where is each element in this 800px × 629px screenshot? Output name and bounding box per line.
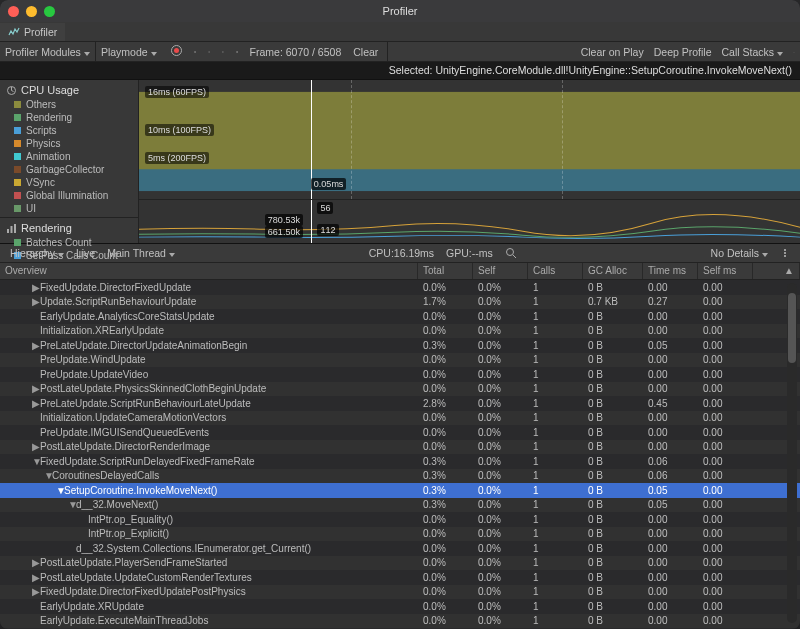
- table-row[interactable]: ▶PreLateUpdate.DirectorUpdateAnimationBe…: [0, 338, 800, 353]
- table-row[interactable]: Initialization.UpdateCameraMotionVectors…: [0, 411, 800, 426]
- table-row[interactable]: ▼d__32.MoveNext()0.3%0.0%10 B0.050.00: [0, 498, 800, 513]
- table-row[interactable]: ▶Update.ScriptRunBehaviourUpdate1.7%0.0%…: [0, 295, 800, 310]
- table-row[interactable]: ▼CoroutinesDelayedCalls0.3%0.0%10 B0.060…: [0, 469, 800, 484]
- playmode-dropdown[interactable]: Playmode: [96, 44, 162, 60]
- table-row[interactable]: IntPtr.op_Equality()0.0%0.0%10 B0.000.00: [0, 512, 800, 527]
- row-time: 0.05: [643, 485, 698, 496]
- expand-icon[interactable]: ▶: [32, 282, 40, 293]
- tab-profiler[interactable]: Profiler: [0, 23, 65, 41]
- table-row[interactable]: ▶PreLateUpdate.ScriptRunBehaviourLateUpd…: [0, 396, 800, 411]
- rendering-graph[interactable]: 56 780.53k 661.50k 112: [139, 200, 800, 243]
- expand-icon[interactable]: ▼: [68, 499, 76, 510]
- table-row[interactable]: PreUpdate.IMGUISendQueuedEvents0.0%0.0%1…: [0, 425, 800, 440]
- cpu-legend-item[interactable]: GarbageCollector: [14, 163, 138, 176]
- clear-button[interactable]: Clear: [348, 44, 383, 60]
- table-row[interactable]: ▼FixedUpdate.ScriptRunDelayedFixedFrameR…: [0, 454, 800, 469]
- cpu-legend-item[interactable]: VSync: [14, 176, 138, 189]
- expand-icon[interactable]: ▶: [32, 383, 40, 394]
- row-calls: 1: [528, 557, 583, 568]
- cpu-legend-item[interactable]: UI: [14, 202, 138, 215]
- col-time[interactable]: Time ms: [643, 263, 698, 279]
- graph-area[interactable]: 16ms (60FPS) 10ms (100FPS) 5ms (200FPS) …: [139, 80, 800, 243]
- row-name: Update.ScriptRunBehaviourUpdate: [40, 296, 196, 307]
- profiler-modules-dropdown[interactable]: Profiler Modules: [0, 44, 95, 60]
- row-total: 0.0%: [418, 354, 473, 365]
- table-row[interactable]: ▶FixedUpdate.DirectorFixedUpdate0.0%0.0%…: [0, 280, 800, 295]
- row-time: 0.00: [643, 572, 698, 583]
- column-headers[interactable]: Overview Total Self Calls GC Alloc Time …: [0, 263, 800, 280]
- col-selfms[interactable]: Self ms: [698, 263, 753, 279]
- thread-dropdown[interactable]: Main Thread: [101, 247, 181, 259]
- expand-icon[interactable]: ▼: [56, 485, 64, 496]
- expand-icon[interactable]: ▼: [32, 456, 40, 467]
- frame-next-button[interactable]: [217, 46, 229, 58]
- context-menu-button[interactable]: [788, 46, 800, 58]
- row-total: 0.3%: [418, 485, 473, 496]
- tab-profiler-label: Profiler: [24, 26, 57, 38]
- cpu-graph[interactable]: 16ms (60FPS) 10ms (100FPS) 5ms (200FPS) …: [139, 80, 800, 200]
- cpu-legend-item[interactable]: Scripts: [14, 124, 138, 137]
- row-calls: 1: [528, 528, 583, 539]
- table-row[interactable]: ▶PostLateUpdate.PlayerSendFrameStarted0.…: [0, 556, 800, 571]
- row-self: 0.0%: [473, 514, 528, 525]
- cpu-legend-item[interactable]: Rendering: [14, 111, 138, 124]
- call-stacks-dropdown[interactable]: Call Stacks: [716, 44, 788, 60]
- frame-prev-button[interactable]: [203, 46, 215, 58]
- row-name: EarlyUpdate.XRUpdate: [40, 601, 144, 612]
- table-row[interactable]: PreUpdate.WindUpdate0.0%0.0%10 B0.000.00: [0, 353, 800, 368]
- row-gc: 0 B: [583, 441, 643, 452]
- row-time: 0.00: [643, 282, 698, 293]
- table-row[interactable]: EarlyUpdate.ExecuteMainThreadJobs0.0%0.0…: [0, 614, 800, 629]
- expand-icon[interactable]: ▶: [32, 441, 40, 452]
- col-self[interactable]: Self: [473, 263, 528, 279]
- cpu-legend-item[interactable]: Physics: [14, 137, 138, 150]
- col-gc[interactable]: GC Alloc: [583, 263, 643, 279]
- table-row[interactable]: EarlyUpdate.XRUpdate0.0%0.0%10 B0.000.00: [0, 599, 800, 614]
- cpu-legend-item[interactable]: Animation: [14, 150, 138, 163]
- profiler-icon: [8, 26, 20, 38]
- details-dropdown[interactable]: No Details: [705, 247, 774, 259]
- hierarchy-dropdown[interactable]: Hierarchy: [4, 247, 70, 259]
- table-row[interactable]: PreUpdate.UpdateVideo0.0%0.0%10 B0.000.0…: [0, 367, 800, 382]
- record-button[interactable]: [166, 43, 187, 60]
- col-total[interactable]: Total: [418, 263, 473, 279]
- col-sort-icon[interactable]: ▲: [753, 263, 800, 279]
- frame-current-button[interactable]: [231, 46, 243, 58]
- live-toggle[interactable]: Live: [70, 247, 101, 259]
- details-menu-icon[interactable]: [774, 248, 796, 258]
- row-gc: 0 B: [583, 383, 643, 394]
- row-time: 0.00: [643, 528, 698, 539]
- expand-icon[interactable]: ▶: [32, 296, 40, 307]
- table-row[interactable]: EarlyUpdate.AnalyticsCoreStatsUpdate0.0%…: [0, 309, 800, 324]
- scrollbar-thumb[interactable]: [788, 293, 796, 363]
- row-calls: 1: [528, 615, 583, 626]
- col-calls[interactable]: Calls: [528, 263, 583, 279]
- row-name: PostLateUpdate.PhysicsSkinnedClothBeginU…: [40, 383, 266, 394]
- expand-icon[interactable]: ▶: [32, 557, 40, 568]
- expand-icon[interactable]: ▶: [32, 398, 40, 409]
- col-overview[interactable]: Overview: [0, 263, 418, 279]
- vertical-scrollbar[interactable]: [787, 283, 797, 623]
- deep-profile-button[interactable]: Deep Profile: [649, 44, 717, 60]
- expand-icon[interactable]: ▼: [44, 470, 52, 481]
- cpu-icon: [6, 85, 17, 96]
- frame-first-button[interactable]: [189, 46, 201, 58]
- expand-icon[interactable]: ▶: [32, 572, 40, 583]
- table-row[interactable]: ▶PostLateUpdate.UpdateCustomRenderTextur…: [0, 570, 800, 585]
- table-row[interactable]: ▶PostLateUpdate.DirectorRenderImage0.0%0…: [0, 440, 800, 455]
- expand-icon[interactable]: ▶: [32, 586, 40, 597]
- selected-label: Selected: UnityEngine.CoreModule.dll!Uni…: [0, 62, 800, 80]
- cpu-legend-item[interactable]: Others: [14, 98, 138, 111]
- search-icon[interactable]: [499, 247, 523, 259]
- cpu-legend-item[interactable]: Global Illumination: [14, 189, 138, 202]
- expand-icon[interactable]: ▶: [32, 340, 40, 351]
- clear-on-play-button[interactable]: Clear on Play: [576, 44, 649, 60]
- cpu-module[interactable]: CPU Usage OthersRenderingScriptsPhysicsA…: [0, 80, 138, 218]
- table-row[interactable]: ▼SetupCoroutine.InvokeMoveNext()0.3%0.0%…: [0, 483, 800, 498]
- table-row[interactable]: ▶FixedUpdate.DirectorFixedUpdatePostPhys…: [0, 585, 800, 600]
- table-row[interactable]: IntPtr.op_Explicit()0.0%0.0%10 B0.000.00: [0, 527, 800, 542]
- table-row[interactable]: Initialization.XREarlyUpdate0.0%0.0%10 B…: [0, 324, 800, 339]
- table-row[interactable]: d__32.System.Collections.IEnumerator.get…: [0, 541, 800, 556]
- table-row[interactable]: ▶PostLateUpdate.PhysicsSkinnedClothBegin…: [0, 382, 800, 397]
- row-gc: 0 B: [583, 369, 643, 380]
